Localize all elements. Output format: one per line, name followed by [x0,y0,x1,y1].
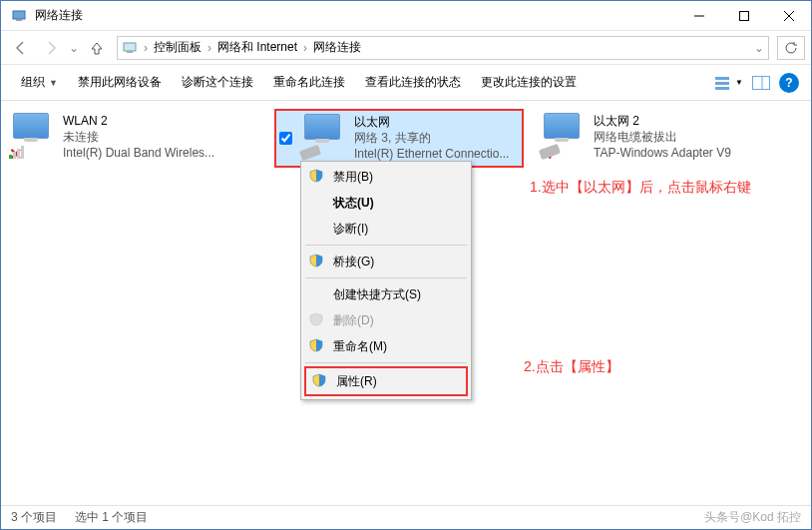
change-settings-button[interactable]: 更改此连接的设置 [473,70,585,95]
annotation-2: 2.点击【属性】 [524,358,619,376]
adapter-device: Intel(R) Dual Band Wireles... [63,145,214,161]
adapter-status: 网络 3, 共享的 [354,130,509,146]
shield-icon [309,338,325,354]
address-icon [122,40,138,56]
address-bar[interactable]: › 控制面板 › 网络和 Internet › 网络连接 ⌄ [117,36,769,60]
breadcrumb-control-panel[interactable]: 控制面板 [154,39,202,56]
adapter-name: 以太网 [354,114,509,130]
cm-bridge[interactable]: 桥接(G) [303,249,469,274]
watermark: 头条号@Kod 拓控 [704,509,801,526]
adapter-ethernet2[interactable]: ✕ 以太网 2 网络电缆被拔出 TAP-Windows Adapter V9 [540,109,789,168]
chevron-right-icon: › [303,41,307,55]
history-dropdown[interactable]: ⌄ [67,41,81,55]
adapter-status: 未连接 [63,129,214,145]
cm-create-shortcut[interactable]: 创建快捷方式(S) [303,281,469,307]
back-button[interactable] [7,35,35,61]
ethernet-icon [304,114,346,156]
svg-rect-1 [16,19,22,21]
adapter-ethernet[interactable]: 以太网 网络 3, 共享的 Intel(R) Ethernet Connecti… [274,109,524,168]
cm-label: 禁用(B) [333,169,373,186]
app-icon [9,6,29,26]
chevron-right-icon: › [144,41,148,55]
maximize-button[interactable] [721,1,766,31]
svg-rect-11 [753,76,770,89]
svg-rect-0 [13,11,25,19]
cm-diagnose[interactable]: 诊断(I) [303,216,469,242]
context-menu: 禁用(B) 状态(U) 诊断(I) 桥接(G) 创建快捷方式(S) 删除(D) … [300,161,472,400]
toolbar: 组织▼ 禁用此网络设备 诊断这个连接 重命名此连接 查看此连接的状态 更改此连接… [1,65,811,101]
selected-count: 选中 1 个项目 [75,509,148,526]
shield-icon [309,254,325,269]
adapter-status: 网络电缆被拔出 [594,129,731,145]
adapter-wlan2[interactable]: ✕ WLAN 2 未连接 Intel(R) Dual Band Wireles.… [9,109,258,168]
wlan-icon: ✕ [13,113,55,155]
svg-rect-7 [127,51,133,53]
minimize-button[interactable] [676,1,721,31]
refresh-button[interactable] [777,36,805,60]
disable-device-button[interactable]: 禁用此网络设备 [70,70,170,95]
annotation-1: 1.选中【以太网】后，点击鼠标右键 [530,179,751,197]
cm-label: 删除(D) [333,312,374,329]
organize-menu[interactable]: 组织▼ [13,70,66,95]
cm-delete: 删除(D) [303,307,469,333]
statusbar: 3 个项目 选中 1 个项目 头条号@Kod 拓控 [1,505,811,529]
diagnose-button[interactable]: 诊断这个连接 [174,70,261,95]
titlebar: 网络连接 [1,1,811,31]
up-button[interactable] [83,35,111,61]
rename-button[interactable]: 重命名此连接 [265,70,353,95]
menu-separator [305,245,467,246]
svg-rect-3 [739,11,748,20]
wifi-signal-icon [9,146,24,159]
rename-label: 重命名此连接 [273,74,345,91]
window-title: 网络连接 [35,7,676,24]
close-button[interactable] [766,1,811,31]
cm-status[interactable]: 状态(U) [303,190,469,216]
breadcrumb-network-internet[interactable]: 网络和 Internet [217,39,297,56]
help-button[interactable]: ? [779,73,799,93]
disable-label: 禁用此网络设备 [78,74,162,91]
forward-button[interactable] [37,35,65,61]
chevron-right-icon: › [207,41,211,55]
viewstatus-label: 查看此连接的状态 [365,74,461,91]
svg-rect-10 [715,87,729,90]
ethernet2-icon: ✕ [544,113,586,155]
cm-label: 创建快捷方式(S) [333,286,421,303]
shield-icon [309,169,325,185]
svg-rect-9 [715,82,729,85]
chevron-down-icon[interactable]: ⌄ [754,41,764,55]
adapter-device: TAP-Windows Adapter V9 [594,145,731,161]
menu-separator [305,277,467,278]
adapter-name: WLAN 2 [63,113,214,129]
adapter-name: 以太网 2 [594,113,731,129]
content-area: ✕ WLAN 2 未连接 Intel(R) Dual Band Wireles.… [1,101,811,505]
cm-label: 重命名(M) [333,338,387,355]
menu-separator [305,362,467,363]
svg-rect-6 [124,43,136,51]
cm-label: 诊断(I) [333,221,368,238]
view-status-button[interactable]: 查看此连接的状态 [357,70,469,95]
cm-rename[interactable]: 重命名(M) [303,333,469,359]
item-count: 3 个项目 [11,509,57,526]
cm-disable[interactable]: 禁用(B) [303,164,469,190]
cm-label: 属性(R) [336,373,377,390]
diagnose-label: 诊断这个连接 [182,74,253,91]
cable-icon [299,145,321,161]
preview-pane-button[interactable] [747,71,775,95]
svg-rect-8 [715,77,729,80]
view-options-button[interactable]: ▼ [715,71,743,95]
cm-label: 桥接(G) [333,254,374,270]
adapter-checkbox[interactable] [279,132,292,145]
navbar: ⌄ › 控制面板 › 网络和 Internet › 网络连接 ⌄ [1,31,811,65]
cm-label: 状态(U) [333,195,374,212]
breadcrumb-network-connections[interactable]: 网络连接 [313,39,361,56]
organize-label: 组织 [21,74,45,91]
shield-icon [309,312,325,328]
cm-properties[interactable]: 属性(R) [306,368,466,394]
shield-icon [312,373,328,389]
changesettings-label: 更改此连接的设置 [481,74,577,91]
